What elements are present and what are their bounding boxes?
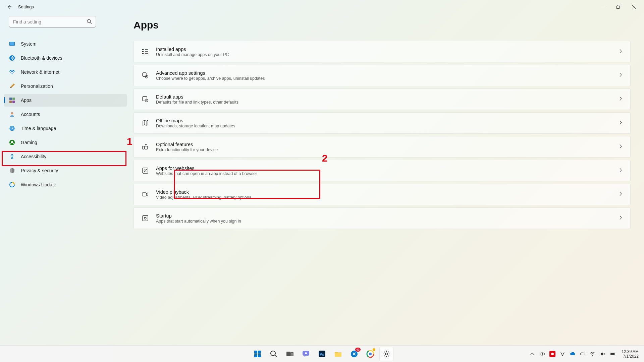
nav-list: System Bluetooth & devices Network & int… [4, 37, 127, 192]
card-offline-maps[interactable]: Offline maps Downloads, storage location… [133, 112, 631, 134]
svg-rect-24 [143, 146, 144, 149]
minimize-button[interactable] [595, 0, 610, 13]
tray-volume[interactable] [599, 351, 606, 357]
card-text: Video playback Video adjustments, HDR st… [156, 189, 619, 200]
tray-chevron-up[interactable] [529, 351, 536, 357]
card-title: Apps for websites [156, 166, 619, 171]
card-installed-apps[interactable]: Installed apps Uninstall and manage apps… [133, 41, 631, 62]
accessibility-icon [9, 153, 15, 160]
sidebar-item-accounts[interactable]: Accounts [4, 108, 127, 121]
tray-battery[interactable] [609, 351, 616, 357]
taskbar-search[interactable] [267, 347, 281, 361]
sidebar-item-bluetooth[interactable]: Bluetooth & devices [4, 52, 127, 64]
card-title: Optional features [156, 142, 619, 147]
maximize-button[interactable] [610, 0, 626, 13]
svg-point-46 [385, 353, 387, 355]
card-advanced-app-settings[interactable]: Advanced app settings Choose where to ge… [133, 65, 631, 86]
card-subtitle: Choose where to get apps, archive apps, … [156, 76, 619, 81]
svg-text:Ps: Ps [320, 352, 324, 356]
svg-rect-17 [142, 53, 143, 54]
svg-rect-23 [145, 146, 148, 149]
maximize-icon [616, 5, 620, 9]
back-arrow-icon [7, 4, 12, 9]
svg-point-13 [11, 154, 13, 155]
clock-globe-icon [9, 125, 15, 132]
taskbar-settings[interactable] [379, 347, 393, 361]
svg-rect-9 [12, 101, 15, 103]
card-startup[interactable]: Startup Apps that start automatically wh… [133, 207, 631, 229]
svg-point-10 [11, 112, 13, 115]
card-title: Video playback [156, 189, 619, 195]
tray-red-app[interactable] [549, 351, 556, 357]
sidebar-item-time-language[interactable]: Time & language [4, 122, 127, 135]
card-optional-features[interactable]: Optional features Extra functionality fo… [133, 136, 631, 158]
tray-v-app[interactable] [559, 351, 566, 357]
taskbar-taskview[interactable] [283, 347, 297, 361]
cloud-outline-icon [580, 351, 585, 357]
chrome-notification-dot [373, 348, 375, 351]
card-title: Advanced app settings [156, 70, 619, 76]
taskbar-file-explorer[interactable] [331, 347, 345, 361]
cards-list: Installed apps Uninstall and manage apps… [133, 41, 631, 230]
svg-rect-7 [12, 98, 15, 100]
card-text: Optional features Extra functionality fo… [156, 142, 619, 152]
eye-icon [540, 351, 545, 357]
svg-rect-8 [9, 101, 12, 103]
sidebar-item-system[interactable]: System [4, 38, 127, 50]
card-video-playback[interactable]: Video playback Video adjustments, HDR st… [133, 184, 631, 205]
sidebar-item-label: Personalization [21, 83, 53, 89]
window-title: Settings [18, 4, 34, 9]
sidebar-item-gaming[interactable]: Gaming [4, 136, 127, 149]
maps-icon [141, 119, 149, 127]
chevron-right-icon [619, 215, 623, 221]
photoshop-icon: Ps [318, 350, 326, 358]
sidebar-item-network[interactable]: Network & internet [4, 66, 127, 78]
svg-rect-0 [616, 6, 619, 8]
content: Apps Installed apps Uninstall and manage… [131, 13, 644, 345]
card-subtitle: Uninstall and manage apps on your PC [156, 52, 619, 57]
search-input[interactable] [9, 16, 96, 27]
card-text: Startup Apps that start automatically wh… [156, 213, 619, 224]
apps-websites-icon [141, 167, 149, 175]
svg-rect-26 [142, 193, 146, 196]
volume-mute-icon [600, 351, 605, 357]
sidebar-item-windows-update[interactable]: Windows Update [4, 178, 127, 191]
tray-onedrive-2[interactable] [579, 351, 586, 357]
sidebar-item-personalization[interactable]: Personalization [4, 80, 127, 93]
card-apps-for-websites[interactable]: Apps for websites Websites that can open… [133, 160, 631, 181]
folder-icon [334, 350, 342, 358]
svg-point-20 [146, 76, 147, 77]
back-button[interactable] [3, 0, 16, 13]
sidebar-item-apps[interactable]: Apps [4, 94, 127, 107]
tray-onedrive[interactable] [569, 351, 576, 357]
search-icon [270, 350, 278, 358]
system-icon [9, 41, 15, 47]
v-icon [560, 351, 565, 357]
tray-nvidia[interactable] [539, 351, 546, 357]
taskbar-app-badge[interactable]: 43 [347, 347, 361, 361]
cloud-icon [570, 351, 575, 357]
svg-point-45 [369, 353, 372, 355]
close-icon [632, 5, 636, 9]
close-button[interactable] [626, 0, 641, 13]
red-square-icon [549, 351, 555, 357]
taskbar-clock[interactable]: 12:39 AM 7/1/2022 [620, 349, 641, 359]
card-subtitle: Video adjustments, HDR streaming, batter… [156, 195, 619, 200]
taskbar-chrome[interactable] [363, 347, 377, 361]
update-icon [9, 181, 15, 188]
chevron-right-icon [619, 72, 623, 78]
card-default-apps[interactable]: Default apps Defaults for file and link … [133, 88, 631, 110]
sidebar-item-privacy[interactable]: Privacy & security [4, 164, 127, 177]
optional-features-icon [141, 143, 149, 151]
taskbar: Ps 43 12:39 AM 7/1/2022 [0, 345, 644, 362]
sidebar-item-label: Apps [21, 98, 32, 103]
chevron-right-icon [619, 49, 623, 55]
svg-rect-31 [254, 354, 257, 357]
apps-icon [9, 97, 15, 104]
tray-wifi[interactable] [589, 351, 596, 357]
taskbar-chat[interactable] [299, 347, 313, 361]
sidebar-item-accessibility[interactable]: Accessibility [4, 150, 127, 163]
svg-point-5 [12, 73, 13, 74]
taskbar-photoshop[interactable]: Ps [315, 347, 329, 361]
start-button[interactable] [251, 347, 265, 361]
